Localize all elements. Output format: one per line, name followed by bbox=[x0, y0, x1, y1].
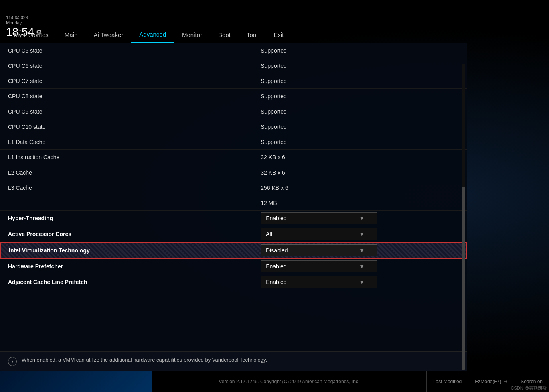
value-l3-cache: 256 KB x 6 bbox=[257, 183, 467, 193]
nav-monitor[interactable]: Monitor bbox=[174, 27, 210, 42]
value-l3-size: 12 MB bbox=[257, 198, 467, 208]
row-l2-cache: L2 Cache 32 KB x 6 bbox=[0, 165, 467, 180]
row-hyper-threading: Hyper-Threading Enabled ▼ bbox=[0, 211, 467, 226]
chevron-down-icon-2: ▼ bbox=[359, 231, 365, 237]
chevron-down-icon: ▼ bbox=[359, 215, 365, 221]
info-bar: i When enabled, a VMM can utilize the ad… bbox=[0, 351, 467, 371]
label-intel-vt: Intel Virtualization Technology bbox=[1, 244, 257, 257]
last-modified-button[interactable]: Last Modified bbox=[426, 371, 468, 392]
chevron-down-icon-5: ▼ bbox=[359, 279, 365, 285]
date: 11/06/2023 bbox=[6, 15, 42, 20]
chevron-down-icon-3: ▼ bbox=[359, 247, 365, 254]
value-cpu-c7: Supported bbox=[257, 76, 467, 86]
chevron-down-icon-4: ▼ bbox=[359, 263, 365, 270]
row-intel-vt: Intel Virtualization Technology Disabled… bbox=[0, 242, 467, 259]
scrollbar[interactable] bbox=[462, 64, 465, 370]
footer-left-decor bbox=[0, 371, 152, 392]
nav-tool[interactable]: Tool bbox=[239, 27, 266, 42]
row-cpu-c6: CPU C6 state Supported bbox=[0, 58, 467, 73]
value-cpu-c8: Supported bbox=[257, 91, 467, 101]
label-l1-data: L1 Data Cache bbox=[0, 136, 257, 148]
row-l1-instruction: L1 Instruction Cache 32 KB x 6 bbox=[0, 150, 467, 165]
dropdown-hw-prefetcher-value: Enabled bbox=[266, 263, 286, 270]
row-cpu-c8: CPU C8 state Supported bbox=[0, 89, 467, 104]
row-cpu-c9: CPU C9 state Supported bbox=[0, 104, 467, 119]
label-l3-size bbox=[0, 200, 257, 206]
row-active-cores: Active Processor Cores All ▼ bbox=[0, 226, 467, 242]
dropdown-hyper-threading[interactable]: Enabled ▼ bbox=[261, 212, 377, 224]
dropdown-active-cores-value: All bbox=[266, 231, 272, 237]
label-cpu-c9: CPU C9 state bbox=[0, 105, 257, 118]
row-adj-cache: Adjacent Cache Line Prefetch Enabled ▼ bbox=[0, 274, 467, 290]
footer: Version 2.17.1246. Copyright (C) 2019 Am… bbox=[0, 371, 549, 392]
row-cpu-c7: CPU C7 state Supported bbox=[0, 73, 467, 89]
dropdown-intel-vt[interactable]: Disabled ▼ bbox=[261, 244, 377, 256]
dropdown-hw-prefetcher[interactable]: Enabled ▼ bbox=[261, 260, 377, 272]
label-cpu-c7: CPU C7 state bbox=[0, 75, 257, 87]
value-l1-instruction: 32 KB x 6 bbox=[257, 152, 467, 162]
scroll-thumb[interactable] bbox=[462, 187, 465, 370]
value-l2-cache: 32 KB x 6 bbox=[257, 168, 467, 177]
value-active-cores[interactable]: All ▼ bbox=[257, 226, 467, 242]
label-cpu-c8: CPU C8 state bbox=[0, 90, 257, 103]
value-cpu-c9: Supported bbox=[257, 107, 467, 116]
row-cpu-c10: CPU C10 state Supported bbox=[0, 119, 467, 134]
label-l1-instruction: L1 Instruction Cache bbox=[0, 151, 257, 164]
last-modified-label: Last Modified bbox=[433, 379, 462, 384]
dropdown-intel-vt-value: Disabled bbox=[266, 247, 288, 254]
value-cpu-c10: Supported bbox=[257, 122, 467, 132]
label-cpu-c6: CPU C6 state bbox=[0, 59, 257, 72]
row-cpu-c5: CPU C5 state Supported bbox=[0, 43, 467, 58]
search-on-label: Search on bbox=[521, 379, 543, 384]
csdn-watermark: CSDN @泰勒朗斯 bbox=[508, 384, 549, 392]
dropdown-adj-cache-value: Enabled bbox=[266, 279, 286, 285]
content-area: CPU C5 state Supported CPU C6 state Supp… bbox=[0, 43, 549, 371]
dropdown-hyper-threading-value: Enabled bbox=[266, 215, 286, 221]
label-l3-cache: L3 Cache bbox=[0, 181, 257, 194]
nav-main[interactable]: Main bbox=[57, 27, 86, 42]
info-icon: i bbox=[8, 357, 17, 366]
value-cpu-c6: Supported bbox=[257, 61, 467, 71]
value-l1-data: Supported bbox=[257, 137, 467, 147]
ez-mode-icon: ⊣ bbox=[503, 379, 507, 384]
value-cpu-c5: Supported bbox=[257, 46, 467, 55]
value-hyper-threading[interactable]: Enabled ▼ bbox=[257, 211, 467, 226]
value-intel-vt[interactable]: Disabled ▼ bbox=[257, 243, 466, 258]
nav-exit[interactable]: Exit bbox=[265, 27, 292, 42]
label-l2-cache: L2 Cache bbox=[0, 166, 257, 179]
dropdown-active-cores[interactable]: All ▼ bbox=[261, 228, 377, 240]
nav-ai-tweaker[interactable]: Ai Tweaker bbox=[85, 27, 131, 42]
label-cpu-c10: CPU C10 state bbox=[0, 120, 257, 133]
nav-boot[interactable]: Boot bbox=[210, 27, 239, 42]
label-hw-prefetcher: Hardware Prefetcher bbox=[0, 260, 257, 273]
row-hw-prefetcher: Hardware Prefetcher Enabled ▼ bbox=[0, 259, 467, 274]
nav-advanced[interactable]: Advanced bbox=[131, 27, 174, 43]
label-adj-cache: Adjacent Cache Line Prefetch bbox=[0, 276, 257, 288]
label-hyper-threading: Hyper-Threading bbox=[0, 212, 257, 225]
label-active-cores: Active Processor Cores bbox=[0, 227, 257, 240]
row-l3-cache: L3 Cache 256 KB x 6 bbox=[0, 180, 467, 195]
ez-mode-button[interactable]: EzMode(F7) ⊣ bbox=[468, 371, 514, 392]
ez-mode-label: EzMode(F7) bbox=[475, 379, 501, 384]
bios-interface: 11/06/2023 Monday 18:54 ⚙ /SUS UEFI BIOS… bbox=[0, 0, 549, 392]
footer-version: Version 2.17.1246. Copyright (C) 2019 Am… bbox=[152, 379, 426, 384]
label-cpu-c5: CPU C5 state bbox=[0, 44, 257, 57]
info-text: When enabled, a VMM can utilize the addi… bbox=[22, 357, 267, 363]
row-l3-size: 12 MB bbox=[0, 195, 467, 211]
settings-panel: CPU C5 state Supported CPU C6 state Supp… bbox=[0, 43, 467, 371]
value-adj-cache[interactable]: Enabled ▼ bbox=[257, 274, 467, 290]
day: Monday bbox=[6, 20, 42, 26]
dropdown-adj-cache[interactable]: Enabled ▼ bbox=[261, 276, 377, 288]
value-hw-prefetcher[interactable]: Enabled ▼ bbox=[257, 259, 467, 274]
nav-my-favorites[interactable]: My Favorites bbox=[6, 27, 57, 42]
row-l1-data: L1 Data Cache Supported bbox=[0, 134, 467, 150]
